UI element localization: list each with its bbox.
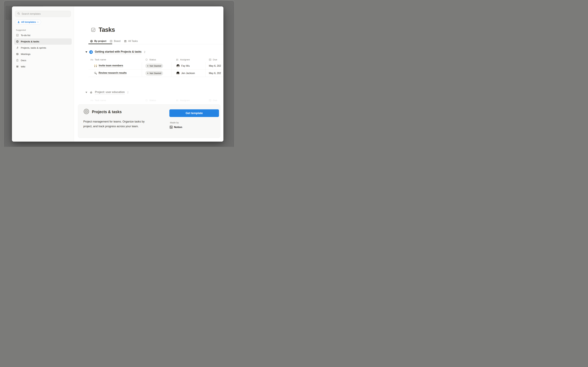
sidebar-item-todo-list[interactable]: To-do list (14, 32, 72, 38)
tab-label: By project (94, 40, 106, 42)
template-info-card: Projects & tasks Project management for … (78, 104, 220, 138)
tab-all-tasks[interactable]: All Tasks (122, 40, 139, 43)
calendar-icon (209, 99, 211, 102)
maker-row[interactable]: Notion (170, 125, 182, 129)
chevron-down-icon (37, 21, 39, 23)
status-dot-icon (147, 65, 148, 67)
assignee-name: Jen Jackson (181, 72, 195, 75)
search-templates-field[interactable] (15, 11, 71, 17)
open-book-icon (16, 65, 19, 68)
sidebar-item-label: Meetings (21, 53, 30, 56)
due-date: May 6, 202 (209, 65, 221, 67)
get-template-button[interactable]: Get template (169, 109, 219, 117)
section-count: 2 (144, 51, 145, 53)
target-icon (16, 40, 19, 43)
tab-by-project[interactable]: By project (88, 40, 108, 43)
dancers-emoji-icon (94, 64, 97, 67)
sidebar-item-label: Projects, tasks & sprints (21, 47, 46, 49)
task-link[interactable]: Invite team members (99, 64, 123, 67)
column-header-status[interactable]: Status (142, 57, 171, 62)
people-icon (176, 99, 179, 102)
section-user-education: Project: user education 2 (86, 91, 129, 94)
status-dot-icon (147, 73, 148, 74)
template-preview-area: Tasks By project Board All Tasks (74, 6, 223, 142)
templates-sidebar: All templates Suggested To-do list Proje… (12, 6, 74, 142)
person-icon (17, 21, 20, 23)
sidebar-item-label: To-do list (21, 34, 30, 37)
maker-name: Notion (174, 126, 182, 129)
people-icon (176, 58, 179, 61)
template-description: Project management for teams. Organize t… (83, 119, 163, 129)
todo-checkbox-icon (16, 34, 19, 37)
assignee-name: Fay Wu (181, 65, 190, 67)
collapse-toggle-icon[interactable] (86, 51, 87, 53)
board-columns-icon (110, 40, 112, 43)
tab-board[interactable]: Board (108, 40, 122, 43)
meeting-notes-icon (16, 53, 19, 56)
status-badge: Not Started (145, 71, 163, 75)
magnifier-emoji-icon (94, 72, 97, 75)
collapse-toggle-icon[interactable] (86, 92, 87, 93)
search-input[interactable] (22, 13, 69, 15)
view-tabs: By project Board All Tasks (88, 38, 139, 44)
column-header-task-name[interactable]: Aa Task name (88, 57, 142, 62)
sidebar-item-label: Wiki (21, 65, 25, 68)
sidebar-item-label: Projects & tasks (21, 40, 39, 43)
column-header-due[interactable]: Due (205, 57, 223, 62)
sidebar-item-wiki[interactable]: Wiki (14, 63, 72, 70)
tab-label: All Tasks (128, 40, 138, 42)
table-row: Invite team members Not Started Fay Wu M… (88, 62, 223, 70)
made-by-label: Made by (170, 121, 179, 124)
sidebar-item-projects-tasks-sprints[interactable]: Projects, tasks & sprints (14, 45, 72, 51)
tasks-table-faded: Aa Task name Status Assignee (88, 98, 223, 103)
table-header-row: Aa Task name Status Assignee (88, 57, 223, 62)
filter-label: All templates (21, 21, 36, 23)
document-icon (16, 59, 19, 62)
table-grid-icon (124, 40, 127, 43)
template-gallery-modal: All templates Suggested To-do list Proje… (12, 6, 223, 142)
target-icon (83, 108, 89, 115)
due-date: May 6, 202 (209, 72, 221, 75)
checkbox-icon (91, 27, 96, 33)
runner-icon (16, 46, 19, 49)
section-title-link[interactable]: Getting started with Projects & tasks (95, 50, 141, 54)
arrow-circle-icon (89, 50, 93, 54)
apple-icon (89, 91, 93, 94)
table-row: Review research results Not Started Jen … (88, 70, 223, 77)
sidebar-item-docs[interactable]: Docs (14, 57, 72, 63)
tab-label: Board (114, 40, 121, 42)
section-count: 2 (127, 91, 129, 94)
sidebar-section-label: Suggested (16, 29, 71, 31)
section-getting-started: Getting started with Projects & tasks 2 (86, 50, 145, 54)
search-icon (17, 12, 20, 16)
text-style-icon: Aa (90, 99, 93, 102)
spinner-icon (145, 58, 148, 61)
spinner-icon (145, 99, 148, 102)
avatar-fay-wu (176, 64, 180, 68)
section-title-link[interactable]: Project: user education (95, 91, 125, 94)
page-title: Tasks (99, 26, 115, 33)
column-header-assignee[interactable]: Assignee (171, 57, 205, 62)
sidebar-item-meetings[interactable]: Meetings (14, 51, 72, 57)
task-link[interactable]: Review research results (99, 72, 127, 75)
sidebar-item-label: Docs (21, 59, 26, 62)
all-templates-filter-button[interactable]: All templates (15, 19, 41, 25)
target-icon (90, 40, 93, 43)
table-header-row: Aa Task name Status Assignee (88, 98, 223, 103)
calendar-icon (209, 58, 211, 61)
avatar-jen-jackson (176, 71, 180, 75)
tasks-table: Aa Task name Status Assignee (88, 57, 223, 77)
page-header: Tasks (91, 26, 115, 33)
sidebar-item-projects-tasks[interactable]: Projects & tasks (14, 38, 72, 45)
status-badge: Not Started (145, 64, 163, 68)
text-style-icon: Aa (90, 58, 93, 61)
template-title: Projects & tasks (92, 110, 122, 114)
active-tab-underline (88, 44, 112, 44)
notion-logo-icon (170, 125, 173, 129)
